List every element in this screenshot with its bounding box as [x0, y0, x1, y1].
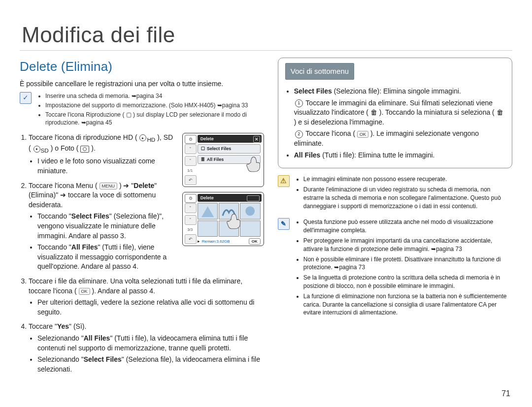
title-rule	[20, 50, 512, 51]
submenu-badge: Voci di sottomenu	[285, 63, 354, 80]
arrow-up-icon: ˄	[185, 144, 197, 154]
t: Toccando "	[37, 212, 71, 220]
return-icon: ↶	[185, 175, 197, 185]
warning-icon	[278, 175, 290, 187]
prereq-list: Inserire una scheda di memoria. ➥pagina …	[36, 92, 264, 128]
list-item: Durante l'eliminazione di un video regis…	[303, 186, 512, 210]
circled-one-icon: 1	[295, 99, 303, 107]
gear-icon: ⚙	[185, 135, 197, 144]
option-label: Select Files	[207, 146, 232, 152]
battery-icon	[247, 195, 260, 201]
sd-label: SD	[41, 147, 49, 154]
remaining-label: Remain:3.62GB	[202, 239, 230, 244]
screen-title: Delete	[200, 136, 214, 142]
page-number: 71	[501, 389, 510, 398]
select-files-bold: Select Files	[71, 212, 109, 220]
all-files-bold: All Files	[294, 151, 321, 159]
all-files-bold: All Files	[84, 334, 110, 342]
thumbnail	[198, 203, 218, 219]
list-item: Non è possibile eliminare i file protett…	[303, 255, 512, 272]
t: Toccare le immagini da eliminare. Sui fi…	[294, 99, 503, 126]
page-indicator: 1/1	[185, 168, 196, 173]
step2-mid: ) ➔ "	[119, 182, 133, 189]
list-item: Le immagini eliminate non possono essere…	[303, 175, 512, 184]
list-item: Questa funzione può essere utilizzata an…	[303, 218, 512, 235]
close-icon: ✕	[253, 136, 260, 143]
t: Toccando "	[37, 243, 71, 251]
list-item: Per ulteriori dettagli, vedere la sezion…	[37, 298, 264, 317]
warning-list: Le immagini eliminate non possono essere…	[295, 175, 512, 212]
return-icon: ↶	[185, 234, 197, 244]
info-list: Questa funzione può essere utilizzata an…	[295, 218, 512, 319]
list-item: Impostazione del supporto di memorizzazi…	[45, 101, 264, 110]
intro-text: È possibile cancellare le registrazioni …	[20, 79, 264, 89]
ok-pill-icon: OK	[79, 288, 90, 295]
list-item: Inserire una scheda di memoria. ➥pagina …	[45, 92, 264, 100]
page-title: Modifica dei file	[22, 23, 512, 47]
ok-button-icon: OK	[249, 238, 261, 245]
hd-label: HD	[147, 136, 155, 143]
play-icon: ▸	[198, 238, 200, 245]
step3-rest: ). Andare al passo 4.	[92, 287, 155, 295]
photo-icon	[80, 146, 89, 153]
screen-title-bar: Delete ✕	[198, 135, 262, 143]
list-item: Toccare l'icona Riproduzione ( ▢ ) sul d…	[45, 111, 264, 127]
t: (Tutti i file): Elimina tutte le immagin…	[320, 151, 434, 159]
touch-hand-icon	[223, 207, 246, 230]
svg-point-1	[246, 206, 255, 216]
submenu-panel: Voci di sottomenu Select Files (Selezion…	[278, 58, 512, 168]
step4-lead: Toccare "	[29, 322, 57, 330]
select-files-bold: Select Files	[84, 355, 122, 363]
all-files-bold: All Files	[71, 243, 98, 251]
step-3: Toccare i file da eliminare. Una volta s…	[29, 277, 264, 317]
list-item: Selezionando "Select Files" (Seleziona f…	[37, 355, 264, 374]
t: (Seleziona file): Elimina singole immagi…	[332, 87, 461, 95]
arrow-down-icon: ˅	[185, 156, 197, 166]
play-sd-icon	[33, 146, 40, 153]
t: Selezionando "	[37, 334, 84, 342]
arrow-up-icon: ˄	[185, 203, 197, 213]
checklist-icon	[20, 92, 32, 104]
thumbnail	[198, 220, 218, 237]
screen-title-bar: Delete	[198, 194, 262, 202]
step1-end: ).	[91, 144, 96, 152]
delete-bold: Delete	[133, 182, 154, 189]
step2-lead: Toccare l'icona Menu (	[29, 182, 98, 189]
svg-marker-0	[201, 206, 214, 217]
arrow-down-icon: ˅	[185, 215, 197, 225]
lcd-screen-delete-menu: ⚙ Delete ✕ ˄ ˅ 1/1 ↶ ☐ Select Files	[182, 133, 264, 187]
select-files-bold: Select Files	[294, 87, 332, 95]
gear-icon: ⚙	[185, 194, 197, 203]
list-item: Select Files (Seleziona file): Elimina s…	[294, 87, 505, 149]
step4-after: " (Sì).	[69, 322, 86, 330]
step-1: Toccare l'icona di riproduzione HD ( HD …	[29, 133, 175, 176]
touch-hand-icon	[243, 150, 264, 173]
play-hd-icon	[139, 134, 146, 141]
list-item: Toccando "Select Files" (Seleziona file)…	[37, 212, 175, 241]
t: Selezionando "	[37, 355, 84, 363]
step1-lead: Toccare l'icona di riproduzione HD (	[29, 133, 137, 141]
step1-mid2: ) o Foto (	[51, 144, 79, 152]
option-label: All Files	[207, 157, 224, 163]
step-4: Toccare "Yes" (Sì). Selezionando "All Fi…	[29, 322, 264, 374]
list-item: Per proteggere le immagini importanti da…	[303, 237, 512, 253]
list-item: Se la linguetta di protezione contro la …	[303, 274, 512, 290]
list-item: Selezionando "All Files" (Tutti i file),…	[37, 334, 264, 353]
list-item: All Files (Tutti i file): Elimina tutte …	[294, 151, 505, 160]
counter: 3/3	[185, 227, 196, 232]
section-title-delete: Delete (Elimina)	[20, 58, 264, 75]
list-item: I video e le foto sono visualizzati come…	[37, 157, 175, 176]
yes-bold: Yes	[57, 322, 69, 330]
list-item: La funzione di eliminazione non funziona…	[303, 292, 512, 317]
step-2: Toccare l'icona Menu ( MENU ) ➔ "Delete"…	[29, 181, 175, 272]
lcd-screen-delete-thumbs: ⚙ Delete ˄ ˅ 3/3 ↶	[182, 192, 264, 246]
menu-pill-icon: MENU	[100, 183, 118, 189]
circled-two-icon: 2	[295, 130, 303, 138]
ok-pill-icon: OK	[357, 131, 368, 138]
t: Toccare l'icona (	[305, 129, 355, 137]
note-icon	[278, 218, 290, 230]
list-item: Toccando "All Files" (Tutti i file), vie…	[37, 243, 175, 272]
screen-title: Delete	[200, 195, 214, 201]
